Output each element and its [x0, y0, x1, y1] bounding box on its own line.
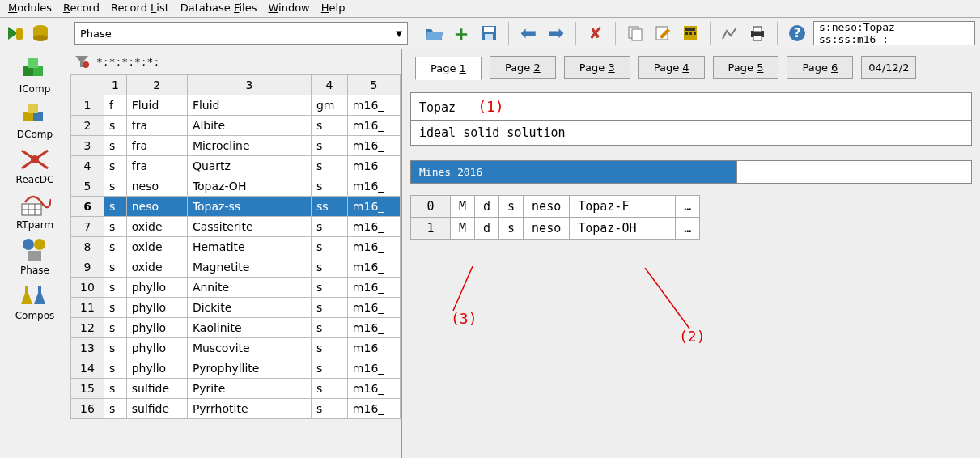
module-icomp[interactable]: IComp	[5, 54, 65, 95]
cell[interactable]: Topaz-OH	[187, 176, 311, 197]
cell[interactable]: s	[104, 197, 127, 217]
cell[interactable]: s	[104, 217, 127, 237]
cell[interactable]: sulfide	[126, 399, 187, 419]
cell[interactable]: Fluid	[187, 95, 311, 116]
cell[interactable]: fra	[126, 156, 187, 176]
cell[interactable]: m16_	[347, 136, 400, 156]
cell[interactable]: Dickite	[187, 298, 311, 318]
cell[interactable]: Fluid	[126, 95, 187, 116]
cell[interactable]: s	[104, 237, 127, 257]
table-row[interactable]: 11sphylloDickitesm16_	[71, 298, 401, 318]
row-header[interactable]: 5	[71, 176, 104, 197]
cell[interactable]: Hematite	[187, 237, 311, 257]
database-icon[interactable]	[29, 22, 52, 45]
cell[interactable]: s	[311, 156, 347, 176]
cell[interactable]: m16_	[347, 237, 400, 257]
cell[interactable]: neso	[524, 196, 570, 218]
cell[interactable]: m16_	[347, 298, 400, 318]
col-header[interactable]: 5	[347, 75, 400, 95]
cell[interactable]: phyllo	[126, 278, 187, 298]
cell[interactable]: sulfide	[126, 379, 187, 399]
endmember-row[interactable]: 1MdsnesoTopaz-OH…	[411, 218, 700, 240]
cell[interactable]: Topaz-F	[570, 196, 676, 218]
cell[interactable]: s	[311, 318, 347, 338]
cell[interactable]: Muscovite	[187, 338, 311, 358]
cell[interactable]: M	[451, 218, 475, 240]
col-header[interactable]: 3	[187, 75, 311, 95]
cell[interactable]: s	[104, 399, 127, 419]
col-header[interactable]: 1	[104, 75, 127, 95]
row-header[interactable]: 10	[71, 278, 104, 298]
table-row[interactable]: 6snesoTopaz-ssssm16_	[71, 197, 401, 217]
cell[interactable]: ss	[311, 197, 347, 217]
save-icon[interactable]	[477, 22, 500, 45]
table-row[interactable]: 2sfraAlbitesm16_	[71, 116, 401, 136]
cell[interactable]: m16_	[347, 156, 400, 176]
cell[interactable]: s	[499, 218, 524, 240]
table-row[interactable]: 14sphylloPyrophyllitesm16_	[71, 358, 401, 379]
table-row[interactable]: 15ssulfidePyritesm16_	[71, 379, 401, 399]
cell[interactable]: m16_	[347, 176, 400, 197]
row-header[interactable]: 6	[71, 197, 104, 217]
row-header[interactable]: 1	[411, 218, 451, 240]
source-field-empty[interactable]	[737, 160, 972, 184]
cell[interactable]: s	[311, 257, 347, 278]
copy-icon[interactable]	[624, 22, 647, 45]
plot-icon[interactable]	[719, 22, 741, 45]
cell[interactable]: phyllo	[126, 338, 187, 358]
cell[interactable]: Topaz-ss	[187, 197, 311, 217]
cell[interactable]: s	[104, 358, 127, 379]
row-header[interactable]: 2	[71, 116, 104, 136]
cell[interactable]: s	[104, 176, 127, 197]
table-row[interactable]: 16ssulfidePyrrhotitesm16_	[71, 399, 401, 419]
cell[interactable]: m16_	[347, 197, 400, 217]
table-row[interactable]: 9soxideMagnetitesm16_	[71, 257, 401, 278]
row-header[interactable]: 9	[71, 257, 104, 278]
row-header[interactable]: 4	[71, 156, 104, 176]
tab-page-3[interactable]: Page 3	[564, 56, 630, 79]
cell[interactable]: Quartz	[187, 156, 311, 176]
cell[interactable]: s	[104, 338, 127, 358]
cell[interactable]: m16_	[347, 318, 400, 338]
cell[interactable]: …	[676, 218, 700, 240]
forward-icon[interactable]: ➡	[545, 22, 567, 45]
row-header[interactable]: 12	[71, 318, 104, 338]
table-row[interactable]: 8soxideHematitesm16_	[71, 237, 401, 257]
row-header[interactable]: 14	[71, 358, 104, 379]
row-header[interactable]: 0	[411, 196, 451, 218]
tab-page-5[interactable]: Page 5	[713, 56, 779, 79]
cell[interactable]: m16_	[347, 95, 400, 116]
cell[interactable]: m16_	[347, 217, 400, 237]
table-row[interactable]: 12sphylloKaolinitesm16_	[71, 318, 401, 338]
menu-window[interactable]: Window	[268, 2, 309, 14]
row-header[interactable]: 13	[71, 338, 104, 358]
cell[interactable]: fra	[126, 136, 187, 156]
table-row[interactable]: 7soxideCassiteritesm16_	[71, 217, 401, 237]
cell[interactable]: s	[311, 338, 347, 358]
cell[interactable]: neso	[524, 218, 570, 240]
cell[interactable]: s	[311, 116, 347, 136]
row-header[interactable]: 15	[71, 379, 104, 399]
row-header[interactable]: 7	[71, 217, 104, 237]
cell[interactable]: s	[311, 217, 347, 237]
cell[interactable]: s	[104, 379, 127, 399]
row-header[interactable]: 16	[71, 399, 104, 419]
cell[interactable]: m16_	[347, 278, 400, 298]
cell[interactable]: s	[104, 318, 127, 338]
cell[interactable]: Topaz-OH	[570, 218, 676, 240]
cell[interactable]: M	[451, 196, 475, 218]
cell[interactable]: d	[475, 218, 499, 240]
row-header[interactable]: 1	[71, 95, 104, 116]
edit-icon[interactable]	[651, 22, 674, 45]
module-phase[interactable]: Phase	[5, 235, 65, 276]
cell[interactable]: s	[104, 136, 127, 156]
cell[interactable]: m16_	[347, 116, 400, 136]
cell[interactable]: phyllo	[126, 318, 187, 338]
table-row[interactable]: 1fFluidFluidgmm16_	[71, 95, 401, 116]
cell[interactable]: s	[499, 196, 524, 218]
table-row[interactable]: 5snesoTopaz-OHsm16_	[71, 176, 401, 197]
cell[interactable]: Albite	[187, 116, 311, 136]
table-row[interactable]: 3sfraMicroclinesm16_	[71, 136, 401, 156]
cell[interactable]: m16_	[347, 399, 400, 419]
filter-text[interactable]: *:*:*:*:*:	[93, 56, 401, 68]
